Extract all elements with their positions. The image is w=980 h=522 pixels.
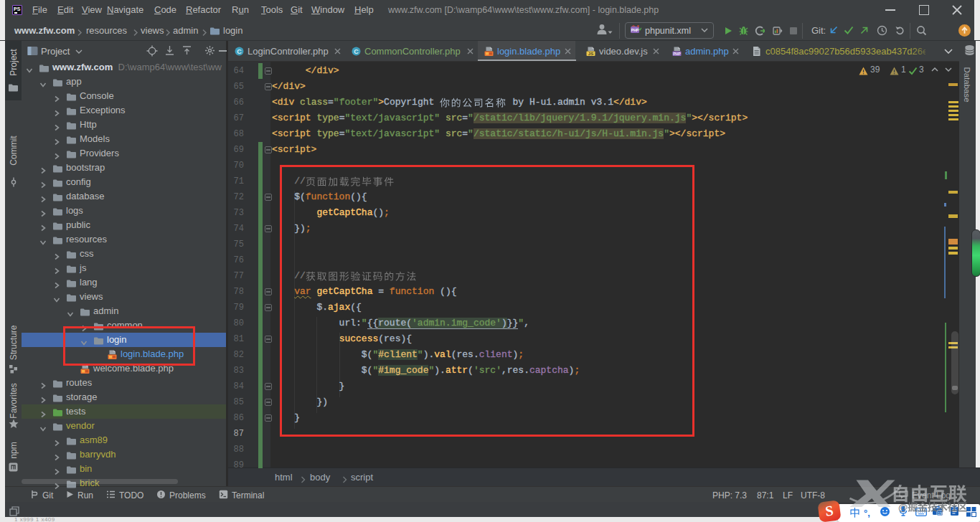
- svg-text:JS: JS: [588, 52, 593, 56]
- svg-text:C: C: [237, 48, 242, 55]
- svg-text:PHP: PHP: [673, 52, 681, 56]
- svg-text:C: C: [354, 48, 359, 55]
- svg-text:PHP: PHP: [631, 28, 639, 32]
